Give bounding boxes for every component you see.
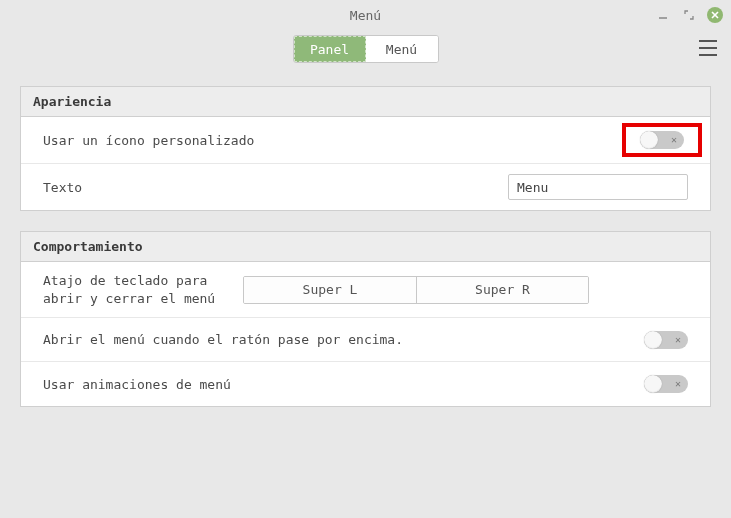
row-text: Texto xyxy=(21,164,710,210)
toggle-off-icon: ✕ xyxy=(675,379,681,389)
toggle-knob xyxy=(644,375,662,393)
custom-icon-toggle[interactable]: ✕ xyxy=(640,131,684,149)
maximize-icon xyxy=(684,10,694,20)
window-controls xyxy=(655,0,723,30)
hamburger-icon xyxy=(699,40,717,42)
tab-panel[interactable]: Panel xyxy=(294,36,366,62)
content-area: Apariencia Usar un ícono personalizado ✕… xyxy=(0,68,731,407)
text-input[interactable] xyxy=(508,174,688,200)
shortcut-label: Atajo de teclado para abrir y cerrar el … xyxy=(43,272,243,307)
tab-group: Panel Menú xyxy=(293,35,439,63)
toggle-off-icon: ✕ xyxy=(675,335,681,345)
animations-toggle[interactable]: ✕ xyxy=(644,375,688,393)
text-label: Texto xyxy=(43,180,508,195)
close-button[interactable] xyxy=(707,7,723,23)
minimize-button[interactable] xyxy=(655,7,671,23)
row-animations: Usar animaciones de menú ✕ xyxy=(21,362,710,406)
hover-label: Abrir el menú cuando el ratón pase por e… xyxy=(43,332,644,347)
hover-toggle[interactable]: ✕ xyxy=(644,331,688,349)
highlight-box: ✕ xyxy=(622,123,702,157)
toggle-knob xyxy=(644,331,662,349)
hamburger-menu-button[interactable] xyxy=(699,40,717,56)
row-hover: Abrir el menú cuando el ratón pase por e… xyxy=(21,318,710,362)
tab-menu[interactable]: Menú xyxy=(366,36,438,62)
maximize-button[interactable] xyxy=(681,7,697,23)
minimize-icon xyxy=(658,10,668,20)
panel-behavior: Comportamiento Atajo de teclado para abr… xyxy=(20,231,711,407)
panel-appearance: Apariencia Usar un ícono personalizado ✕… xyxy=(20,86,711,211)
shortcut-b-button[interactable]: Super R xyxy=(416,277,588,303)
toggle-off-icon: ✕ xyxy=(671,135,677,145)
close-icon xyxy=(710,10,720,20)
toggle-knob xyxy=(640,131,658,149)
animations-label: Usar animaciones de menú xyxy=(43,377,644,392)
shortcut-group: Super L Super R xyxy=(243,276,589,304)
window-title: Menú xyxy=(350,8,381,23)
titlebar: Menú xyxy=(0,0,731,30)
panel-appearance-header: Apariencia xyxy=(21,87,710,117)
custom-icon-label: Usar un ícono personalizado xyxy=(43,133,636,148)
row-shortcut: Atajo de teclado para abrir y cerrar el … xyxy=(21,262,710,318)
panel-behavior-header: Comportamiento xyxy=(21,232,710,262)
shortcut-a-button[interactable]: Super L xyxy=(244,277,416,303)
row-custom-icon: Usar un ícono personalizado ✕ xyxy=(21,117,710,164)
tab-row: Panel Menú xyxy=(0,30,731,68)
